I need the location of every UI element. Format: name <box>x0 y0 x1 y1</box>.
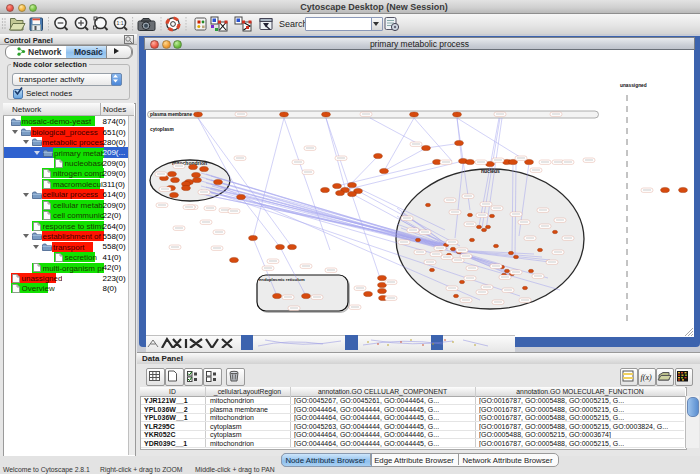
svg-text:nucleus: nucleus <box>481 168 500 174</box>
svg-text:cytoplasm: cytoplasm <box>150 127 174 132</box>
svg-text:1:1: 1:1 <box>117 20 124 26</box>
svg-text:plasma membrane: plasma membrane <box>150 112 192 117</box>
svg-text:endoplasmic reticulum: endoplasmic reticulum <box>259 277 305 282</box>
svg-text:f(x): f(x) <box>641 373 652 382</box>
svg-text:unassigned: unassigned <box>620 83 647 88</box>
